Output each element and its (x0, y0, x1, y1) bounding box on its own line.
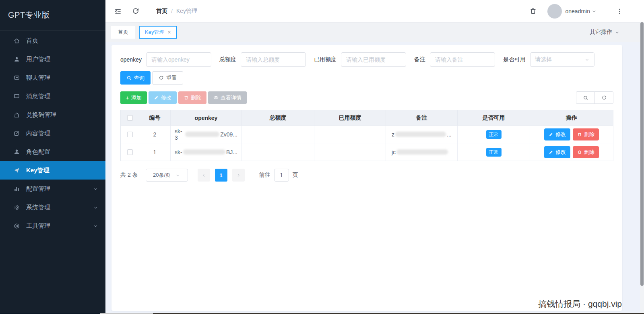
tab-label: 首页 (118, 29, 128, 36)
sidebar-item-config[interactable]: 配置管理 (0, 180, 105, 198)
sidebar-item-label: 首页 (26, 37, 38, 45)
page-size-select[interactable]: 20条/页 (146, 169, 188, 182)
avatar[interactable] (547, 4, 562, 19)
filter-total-quota: 总额度 (219, 52, 306, 67)
more-actions-dropdown[interactable]: 其它操作 (590, 29, 620, 36)
sidebar-item-roles[interactable]: 角色配置 (0, 143, 105, 161)
sidebar-item-tools[interactable]: 工具管理 (0, 217, 105, 235)
trash-icon[interactable] (529, 7, 537, 15)
goto-page: 前往 页 (259, 169, 298, 182)
tab-key-management[interactable]: Key管理 × (139, 26, 177, 39)
total-quota-input[interactable] (241, 52, 306, 67)
redacted-text (396, 149, 448, 155)
chevron-down-icon (584, 57, 590, 62)
edit-button-disabled[interactable]: 修改 (149, 91, 177, 104)
row-edit-button[interactable]: 修改 (544, 128, 570, 140)
tab-home[interactable]: 首页 (111, 26, 135, 39)
row-status-cell: 正常 (458, 143, 530, 161)
breadcrumb-current: Key管理 (176, 8, 197, 15)
row-id-cell: 2 (139, 126, 171, 143)
availability-select[interactable]: 请选择 (530, 52, 594, 67)
sidebar-item-chat[interactable]: 聊天管理 (0, 68, 105, 87)
search-icon (126, 75, 132, 81)
next-page-button[interactable] (232, 169, 245, 182)
topbar: 首页 / Key管理 oneadmin (105, 0, 644, 22)
openkey-input[interactable] (146, 52, 211, 67)
sidebar-item-redeem-codes[interactable]: 兑换码管理 (0, 105, 105, 124)
tab-bar: 首页 Key管理 × 其它操作 (105, 22, 644, 42)
sidebar-item-key-management[interactable]: Key管理 (0, 161, 105, 180)
delete-button-disabled[interactable]: 删除 (178, 91, 206, 104)
main-area: 首页 / Key管理 oneadmin (105, 0, 644, 314)
sidebar-item-label: 聊天管理 (26, 74, 50, 82)
used-quota-input[interactable] (341, 52, 406, 67)
prev-page-button[interactable] (198, 169, 210, 182)
sidebar-item-users[interactable]: 用户管理 (0, 50, 105, 68)
openkey-prefix: sk- (175, 149, 182, 155)
vertical-scrollbar[interactable] (640, 22, 644, 314)
filter-remark: 备注 (414, 52, 495, 67)
refresh-icon (601, 95, 607, 101)
kebab-menu-icon[interactable] (616, 8, 623, 15)
remark-input[interactable] (430, 52, 495, 67)
redacted-text (185, 132, 219, 137)
row-edit-label: 修改 (555, 131, 566, 138)
table-search-toggle-button[interactable] (576, 91, 595, 104)
goto-label: 前往 (259, 171, 270, 179)
search-button-label: 查询 (134, 74, 144, 82)
add-button[interactable]: + 添加 (120, 91, 147, 104)
table-refresh-button[interactable] (594, 91, 613, 104)
collapse-sidebar-icon[interactable] (114, 7, 122, 15)
message-icon (13, 93, 20, 100)
status-badge: 正常 (486, 148, 502, 157)
user-icon (13, 56, 20, 63)
view-detail-button-disabled[interactable]: 查看详情 (208, 91, 247, 104)
gear-icon (13, 204, 20, 211)
chevron-down-icon (615, 30, 620, 35)
table-toolbar: + 添加 修改 删除 查看详情 (120, 91, 613, 104)
goto-unit-label: 页 (293, 171, 298, 179)
redacted-text (183, 149, 225, 155)
row-edit-button[interactable]: 修改 (544, 146, 570, 158)
row-edit-label: 修改 (555, 149, 566, 156)
bar-chart-icon (13, 186, 20, 192)
chevron-right-icon (236, 173, 241, 178)
openkey-suffix: Zv09... (220, 131, 237, 138)
bag-icon (13, 112, 20, 118)
user-menu[interactable]: oneadmin (566, 8, 597, 14)
sidebar-item-messages[interactable]: 消息管理 (0, 87, 105, 105)
sidebar-item-label: 配置管理 (26, 185, 50, 193)
page-number-current[interactable]: 1 (215, 169, 227, 182)
sidebar-item-system[interactable]: 系统管理 (0, 198, 105, 217)
plus-icon: + (126, 95, 129, 101)
tools-icon (13, 223, 20, 229)
refresh-page-icon[interactable] (132, 7, 140, 15)
edit-button-label: 修改 (161, 94, 171, 101)
row-used-quota-cell (314, 143, 386, 161)
breadcrumb-home[interactable]: 首页 (156, 8, 167, 15)
filter-label: 是否可用 (503, 56, 526, 63)
sidebar-item-label: 用户管理 (26, 56, 50, 63)
pagination: 共 2 条 20条/页 1 前往 页 (120, 169, 613, 182)
search-button[interactable]: 查询 (120, 71, 151, 85)
row-delete-button[interactable]: 删除 (573, 128, 599, 140)
row-delete-button[interactable]: 删除 (573, 146, 599, 158)
breadcrumb: 首页 / Key管理 (156, 8, 197, 15)
sidebar-item-home[interactable]: 首页 (0, 31, 105, 50)
sidebar-item-label: Key管理 (26, 167, 50, 174)
filter-openkey: openkey (120, 52, 211, 67)
select-all-checkbox[interactable] (127, 115, 133, 121)
breadcrumb-separator: / (171, 8, 173, 14)
sidebar-item-content[interactable]: 内容管理 (0, 124, 105, 143)
pencil-icon (154, 95, 159, 100)
add-button-label: 添加 (131, 94, 142, 101)
row-checkbox[interactable] (127, 149, 133, 155)
goto-page-input[interactable] (274, 169, 289, 182)
remark-suffix: ... (447, 131, 452, 138)
reset-button[interactable]: 重置 (152, 71, 183, 85)
row-delete-label: 删除 (584, 149, 594, 156)
close-tab-icon[interactable]: × (167, 29, 171, 35)
keys-table: 编号 openkey 总额度 已用额度 备注 是否可用 操作 2 sk-3Zv0… (120, 110, 613, 161)
row-checkbox[interactable] (127, 132, 133, 137)
scrollbar-thumb[interactable] (640, 22, 644, 286)
